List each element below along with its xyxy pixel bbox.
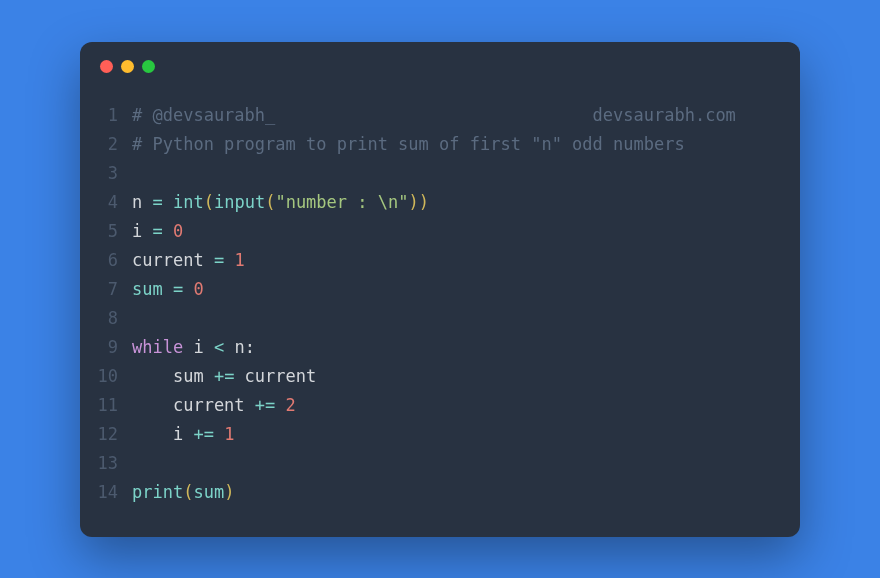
token-plain	[204, 250, 214, 270]
token-keyword-func: sum	[193, 482, 224, 502]
token-operator: =	[173, 279, 183, 299]
line-number: 12	[90, 420, 132, 449]
code-content: i = 0	[132, 217, 774, 246]
token-plain	[275, 395, 285, 415]
token-plain: current	[132, 395, 255, 415]
token-paren: )	[408, 192, 418, 212]
code-line: 10 sum += current	[90, 362, 774, 391]
token-plain: n:	[224, 337, 255, 357]
maximize-icon[interactable]	[142, 60, 155, 73]
token-variable: i	[132, 221, 142, 241]
code-content: # Python program to print sum of first "…	[132, 130, 774, 159]
token-plain	[214, 424, 224, 444]
code-line: 6current = 1	[90, 246, 774, 275]
token-plain: sum	[132, 366, 214, 386]
code-content	[132, 449, 774, 478]
token-plain	[163, 279, 173, 299]
token-plain: current	[234, 366, 316, 386]
code-content: i += 1	[132, 420, 774, 449]
code-content: current += 2	[132, 391, 774, 420]
code-line: 2# Python program to print sum of first …	[90, 130, 774, 159]
token-keyword: while	[132, 337, 183, 357]
code-line: 1# @devsaurabh_ devsaurabh.com	[90, 101, 774, 130]
code-content: sum = 0	[132, 275, 774, 304]
token-paren: )	[224, 482, 234, 502]
token-keyword-func: int	[173, 192, 204, 212]
token-plain	[163, 192, 173, 212]
code-line: 9while i < n:	[90, 333, 774, 362]
code-line: 3	[90, 159, 774, 188]
token-string: "number : \n"	[275, 192, 408, 212]
token-operator: =	[214, 250, 224, 270]
code-line: 12 i += 1	[90, 420, 774, 449]
code-content: print(sum)	[132, 478, 774, 507]
code-content: while i < n:	[132, 333, 774, 362]
token-plain: i	[132, 424, 193, 444]
line-number: 3	[90, 159, 132, 188]
token-plain	[183, 279, 193, 299]
token-operator: +=	[193, 424, 213, 444]
token-variable: n	[132, 192, 142, 212]
code-content	[132, 304, 774, 333]
token-number: 0	[193, 279, 203, 299]
code-line: 11 current += 2	[90, 391, 774, 420]
code-line: 13	[90, 449, 774, 478]
token-paren: (	[183, 482, 193, 502]
token-plain: i	[183, 337, 214, 357]
token-keyword-func: input	[214, 192, 265, 212]
code-content: # @devsaurabh_ devsaurabh.com	[132, 101, 774, 130]
token-paren: )	[419, 192, 429, 212]
line-number: 8	[90, 304, 132, 333]
code-line: 4n = int(input("number : \n"))	[90, 188, 774, 217]
code-editor: 1# @devsaurabh_ devsaurabh.com2# Python …	[80, 81, 800, 537]
line-number: 14	[90, 478, 132, 507]
token-plain	[163, 221, 173, 241]
line-number: 7	[90, 275, 132, 304]
line-number: 10	[90, 362, 132, 391]
line-number: 13	[90, 449, 132, 478]
minimize-icon[interactable]	[121, 60, 134, 73]
line-number: 9	[90, 333, 132, 362]
close-icon[interactable]	[100, 60, 113, 73]
token-comment: # Python program to print sum of first "…	[132, 134, 685, 154]
token-operator: +=	[214, 366, 234, 386]
token-keyword-func: print	[132, 482, 183, 502]
code-window: 1# @devsaurabh_ devsaurabh.com2# Python …	[80, 42, 800, 537]
token-operator: +=	[255, 395, 275, 415]
line-number: 6	[90, 246, 132, 275]
token-number: 2	[286, 395, 296, 415]
line-number: 2	[90, 130, 132, 159]
code-content: sum += current	[132, 362, 774, 391]
token-paren: (	[265, 192, 275, 212]
token-number: 0	[173, 221, 183, 241]
token-paren: (	[204, 192, 214, 212]
code-content: current = 1	[132, 246, 774, 275]
token-operator: <	[214, 337, 224, 357]
code-line: 8	[90, 304, 774, 333]
token-operator: =	[153, 192, 163, 212]
code-line: 14print(sum)	[90, 478, 774, 507]
code-content: n = int(input("number : \n"))	[132, 188, 774, 217]
line-number: 11	[90, 391, 132, 420]
token-keyword-func: sum	[132, 279, 163, 299]
titlebar	[80, 42, 800, 81]
token-plain	[142, 192, 152, 212]
token-plain	[224, 250, 234, 270]
token-plain	[142, 221, 152, 241]
line-number: 1	[90, 101, 132, 130]
code-line: 5i = 0	[90, 217, 774, 246]
line-number: 5	[90, 217, 132, 246]
token-number: 1	[224, 424, 234, 444]
token-variable: current	[132, 250, 204, 270]
token-operator: =	[153, 221, 163, 241]
code-content	[132, 159, 774, 188]
line-number: 4	[90, 188, 132, 217]
code-line: 7sum = 0	[90, 275, 774, 304]
token-comment: # @devsaurabh_ devsaurabh.com	[132, 105, 736, 125]
token-number: 1	[234, 250, 244, 270]
